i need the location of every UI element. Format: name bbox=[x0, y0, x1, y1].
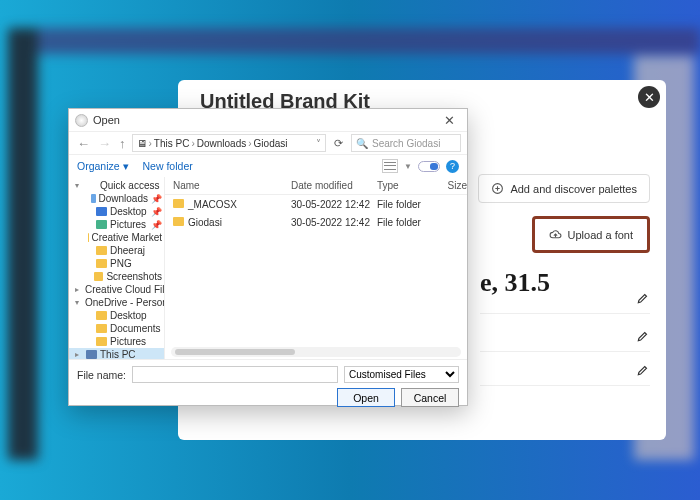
add-palettes-button[interactable]: Add and discover palettes bbox=[478, 174, 650, 203]
dialog-footer: File name: Customised Files Open Cancel bbox=[69, 359, 467, 405]
tree-item-label: Documents bbox=[110, 323, 161, 334]
pin-icon: 📌 bbox=[151, 207, 162, 217]
pin-icon: 📌 bbox=[151, 220, 162, 230]
file-type-filter[interactable]: Customised Files bbox=[344, 366, 459, 383]
view-options-button[interactable] bbox=[382, 159, 398, 173]
list-row[interactable]: _MACOSX30-05-2022 12:42File folder bbox=[165, 195, 467, 213]
pencil-icon bbox=[636, 291, 650, 305]
tree-item-label: Screenshots bbox=[106, 271, 162, 282]
search-icon: 🔍 bbox=[356, 138, 368, 149]
tree-item[interactable]: Creative Market bbox=[69, 231, 164, 244]
dialog-toolbar: Organize ▾ New folder ▼ ? bbox=[69, 155, 467, 177]
pc-icon: 🖥 bbox=[137, 138, 147, 149]
breadcrumb-seg[interactable]: Downloads bbox=[197, 138, 246, 149]
col-name[interactable]: Name bbox=[173, 180, 291, 191]
star-icon bbox=[86, 181, 97, 190]
open-button[interactable]: Open bbox=[337, 388, 395, 407]
tree-item-label: PNG bbox=[110, 258, 132, 269]
chevron-down-icon[interactable]: ▼ bbox=[404, 162, 412, 171]
cloud-upload-icon bbox=[549, 228, 562, 241]
tree-item[interactable]: Dheeraj bbox=[69, 244, 164, 257]
horizontal-scrollbar[interactable] bbox=[171, 347, 461, 357]
chrome-icon bbox=[75, 114, 88, 127]
font-row-1[interactable] bbox=[480, 282, 650, 314]
pc-icon bbox=[86, 350, 97, 359]
tree-item-label: Creative Market bbox=[91, 232, 162, 243]
pin-icon: 📌 bbox=[151, 194, 162, 204]
upload-font-label: Upload a font bbox=[568, 229, 633, 241]
folder-icon bbox=[94, 272, 103, 281]
tree-item[interactable]: Documents bbox=[69, 322, 164, 335]
tree-item-label: Dheeraj bbox=[110, 245, 145, 256]
desk-icon bbox=[96, 207, 107, 216]
tree-item-label: Desktop bbox=[110, 310, 147, 321]
tree-item[interactable]: ▾OneDrive - Person bbox=[69, 296, 164, 309]
folder-icon bbox=[96, 311, 107, 320]
file-open-dialog: Open ✕ ← → ↑ 🖥› This PC› Downloads› Giod… bbox=[68, 108, 468, 406]
folder-icon bbox=[173, 199, 184, 208]
refresh-button[interactable]: ⟳ bbox=[330, 137, 347, 150]
tree-item[interactable]: PNG bbox=[69, 257, 164, 270]
dialog-title: Open bbox=[93, 114, 120, 126]
nav-up-button[interactable]: ↑ bbox=[117, 136, 128, 151]
dl-icon bbox=[91, 194, 95, 203]
tree-item[interactable]: ▾Quick access bbox=[69, 179, 164, 192]
tree-item-label: Desktop bbox=[110, 206, 147, 217]
plus-circle-icon bbox=[491, 182, 504, 195]
list-row[interactable]: Giodasi30-05-2022 12:42File folder bbox=[165, 213, 467, 231]
help-button[interactable]: ? bbox=[446, 160, 459, 173]
chevron-down-icon[interactable]: ˅ bbox=[316, 138, 321, 149]
tree-item-label: Pictures bbox=[110, 219, 146, 230]
breadcrumb-seg[interactable]: Giodasi bbox=[254, 138, 288, 149]
close-dialog-button[interactable]: ✕ bbox=[438, 113, 461, 128]
organize-menu[interactable]: Organize ▾ bbox=[77, 160, 129, 172]
tree-item[interactable]: ▸This PC bbox=[69, 348, 164, 359]
dialog-titlebar: Open ✕ bbox=[69, 109, 467, 131]
folder-icon bbox=[96, 246, 107, 255]
pencil-icon bbox=[636, 329, 650, 343]
list-header[interactable]: Name Date modified Type Size bbox=[165, 177, 467, 195]
tree-item-label: Pictures bbox=[110, 336, 146, 347]
folder-icon bbox=[96, 337, 107, 346]
folder-icon bbox=[96, 324, 107, 333]
upload-font-button[interactable]: Upload a font bbox=[532, 216, 650, 253]
font-row-3[interactable] bbox=[480, 354, 650, 386]
filename-input[interactable] bbox=[132, 366, 338, 383]
tree-item-label: Creative Cloud Fil… bbox=[85, 284, 165, 295]
tree-item[interactable]: Screenshots bbox=[69, 270, 164, 283]
col-type[interactable]: Type bbox=[377, 180, 437, 191]
pic-icon bbox=[96, 220, 107, 229]
nav-back-button[interactable]: ← bbox=[75, 136, 92, 151]
tree-item[interactable]: Pictures bbox=[69, 335, 164, 348]
add-palettes-label: Add and discover palettes bbox=[510, 183, 637, 195]
new-folder-button[interactable]: New folder bbox=[143, 160, 193, 172]
breadcrumb-seg[interactable]: This PC bbox=[154, 138, 190, 149]
tree-item-label: OneDrive - Person bbox=[85, 297, 165, 308]
tree-item[interactable]: ▸Creative Cloud Fil… bbox=[69, 283, 164, 296]
filename-label: File name: bbox=[77, 369, 126, 381]
breadcrumb[interactable]: 🖥› This PC› Downloads› Giodasi ˅ bbox=[132, 134, 327, 152]
folder-icon bbox=[96, 259, 107, 268]
nav-tree: ▾Quick accessDownloads📌Desktop📌Pictures📌… bbox=[69, 177, 165, 359]
tree-item[interactable]: Desktop📌 bbox=[69, 205, 164, 218]
preview-toggle[interactable] bbox=[418, 161, 440, 172]
file-list: Name Date modified Type Size _MACOSX30-0… bbox=[165, 177, 467, 359]
tree-item-label: Quick access bbox=[100, 180, 159, 191]
dialog-path-bar: ← → ↑ 🖥› This PC› Downloads› Giodasi ˅ ⟳… bbox=[69, 131, 467, 155]
nav-forward-button[interactable]: → bbox=[96, 136, 113, 151]
cancel-button[interactable]: Cancel bbox=[401, 388, 459, 407]
folder-icon bbox=[173, 217, 184, 226]
tree-item-label: Downloads bbox=[99, 193, 148, 204]
col-size[interactable]: Size bbox=[437, 180, 467, 191]
font-row-2[interactable] bbox=[480, 320, 650, 352]
pencil-icon bbox=[636, 363, 650, 377]
search-placeholder: Search Giodasi bbox=[372, 138, 440, 149]
col-date[interactable]: Date modified bbox=[291, 180, 377, 191]
tree-item[interactable]: Downloads📌 bbox=[69, 192, 164, 205]
close-modal-button[interactable]: ✕ bbox=[638, 86, 660, 108]
search-input[interactable]: 🔍 Search Giodasi bbox=[351, 134, 461, 152]
tree-item[interactable]: Desktop bbox=[69, 309, 164, 322]
tree-item[interactable]: Pictures📌 bbox=[69, 218, 164, 231]
tree-item-label: This PC bbox=[100, 349, 136, 359]
